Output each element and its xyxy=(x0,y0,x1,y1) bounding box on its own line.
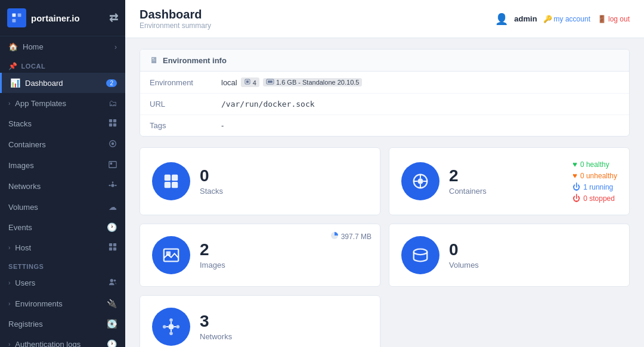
stacks-widget[interactable]: 0 Stacks xyxy=(140,147,380,215)
networks-label: Networks xyxy=(200,332,232,341)
containers-widget-icon xyxy=(401,162,439,200)
events-nav-icon: 🕐 xyxy=(107,222,117,232)
pie-chart-icon xyxy=(330,231,339,241)
stacks-widget-info: 0 Stacks xyxy=(200,167,223,196)
images-size-badge: 397.7 MB xyxy=(330,231,371,241)
svg-rect-27 xyxy=(268,80,273,83)
networks-widget-info: 3 Networks xyxy=(200,312,232,341)
sidebar-item-containers[interactable]: Containers xyxy=(0,134,125,155)
sidebar-item-events[interactable]: Events 🕐 xyxy=(0,217,125,237)
heart-orange-icon: ♥ xyxy=(572,171,577,180)
networks-widget-icon xyxy=(152,308,190,346)
svg-point-11 xyxy=(111,184,114,187)
networks-widget[interactable]: 3 Networks xyxy=(140,295,380,347)
environments-nav-icon: 🔌 xyxy=(107,299,117,308)
svg-rect-28 xyxy=(165,175,171,181)
svg-point-23 xyxy=(114,280,116,282)
svg-rect-18 xyxy=(109,243,112,246)
environment-info-card: 🖥 Environment info Environment local 4 xyxy=(140,49,630,137)
containers-label: Containers xyxy=(449,187,487,196)
networks-nav-icon xyxy=(109,181,117,191)
sidebar-item-dashboard[interactable]: 📊 Dashboard 2 xyxy=(0,73,125,93)
stacks-count: 0 xyxy=(200,167,223,185)
svg-rect-31 xyxy=(172,182,178,188)
svg-rect-19 xyxy=(113,243,116,246)
svg-rect-6 xyxy=(113,123,116,126)
svg-rect-2 xyxy=(13,19,16,23)
sidebar-item-stacks[interactable]: Stacks xyxy=(0,113,125,134)
volumes-count: 0 xyxy=(449,241,479,259)
sidebar-item-host[interactable]: › Host xyxy=(0,237,125,258)
environment-info-table: Environment local 4 1.6 GB - Standalone … xyxy=(140,72,629,136)
images-nav-icon xyxy=(109,160,117,171)
svg-rect-25 xyxy=(246,80,249,83)
svg-rect-10 xyxy=(110,163,113,165)
logo-arrows: ⇄ xyxy=(109,11,118,24)
svg-point-22 xyxy=(110,279,113,282)
sidebar-home-item[interactable]: 🏠 Home › xyxy=(0,36,125,57)
sidebar-item-auth-logs[interactable]: › Authentication logs 🕐 xyxy=(0,334,125,347)
auth-logs-nav-icon: 🕐 xyxy=(107,339,117,347)
svg-rect-30 xyxy=(165,182,171,188)
sidebar-item-volumes[interactable]: Volumes ☁ xyxy=(0,197,125,217)
svg-point-39 xyxy=(163,325,166,329)
page-subtitle: Environment summary xyxy=(140,21,211,30)
heart-green-icon: ♥ xyxy=(572,160,577,169)
sidebar-item-registries[interactable]: Registries 💽 xyxy=(0,314,125,334)
sidebar-logo[interactable]: portainer.io ⇄ xyxy=(0,0,125,36)
svg-rect-5 xyxy=(109,123,112,126)
logo-text: portainer.io xyxy=(31,13,80,23)
images-label: Images xyxy=(200,261,225,269)
power-stopped-icon: ⏻ xyxy=(572,194,580,203)
unhealthy-stat: ♥ 0 unhealthy xyxy=(572,171,617,180)
svg-point-12 xyxy=(109,185,110,187)
cpu-badge: 4 xyxy=(241,78,259,87)
env-row-tags: Tags - xyxy=(140,115,629,137)
svg-point-41 xyxy=(169,318,173,322)
svg-rect-0 xyxy=(13,14,16,17)
stacks-widget-icon xyxy=(152,162,190,200)
networks-count: 3 xyxy=(200,312,232,331)
containers-widget-info: 2 Containers xyxy=(449,167,487,196)
containers-widget[interactable]: 2 Containers ♥ 0 healthy ♥ 0 unhealthy ⏻… xyxy=(389,147,630,215)
images-count: 2 xyxy=(200,241,225,259)
svg-point-14 xyxy=(112,181,114,183)
dashboard-badge: 2 xyxy=(106,79,117,87)
sidebar-item-networks[interactable]: Networks xyxy=(0,176,125,197)
logout-icon: 🚪 xyxy=(597,15,606,23)
volumes-widget[interactable]: 0 Volumes xyxy=(389,224,630,287)
volumes-label: Volumes xyxy=(449,261,479,269)
env-row-environment: Environment local 4 1.6 GB - Standalone … xyxy=(140,72,629,94)
user-links: 🔑 my account 🚪 log out xyxy=(543,15,630,23)
sidebar-item-images[interactable]: Images xyxy=(0,155,125,176)
stopped-stat: ⏻ 0 stopped xyxy=(572,194,617,203)
svg-point-40 xyxy=(176,325,179,329)
sidebar: portainer.io ⇄ 🏠 Home › 📌 LOCAL 📊 Dashbo… xyxy=(0,0,125,347)
stacks-nav-icon xyxy=(109,119,117,129)
images-widget-info: 2 Images xyxy=(200,241,225,269)
users-nav-icon xyxy=(109,278,117,288)
svg-point-33 xyxy=(417,178,423,184)
svg-rect-9 xyxy=(109,162,116,168)
svg-point-8 xyxy=(112,142,114,145)
healthy-stat: ♥ 0 healthy xyxy=(572,160,617,169)
log-out-link[interactable]: 🚪 log out xyxy=(597,15,630,23)
sidebar-item-users[interactable]: › Users xyxy=(0,272,125,293)
svg-rect-1 xyxy=(18,14,21,17)
environment-info-header: 🖥 Environment info xyxy=(140,49,629,72)
images-widget[interactable]: 2 Images 397.7 MB xyxy=(140,224,380,287)
sidebar-item-environments[interactable]: › Environments 🔌 xyxy=(0,293,125,314)
sidebar-item-app-templates[interactable]: › App Templates 🗂 xyxy=(0,93,125,113)
svg-rect-3 xyxy=(109,119,112,122)
app-templates-icon: 🗂 xyxy=(109,98,117,108)
svg-rect-21 xyxy=(113,247,116,250)
my-account-link[interactable]: 🔑 my account xyxy=(543,15,590,23)
app-templates-chevron: › xyxy=(8,100,10,107)
environments-chevron: › xyxy=(8,300,10,307)
local-section-label: 📌 LOCAL xyxy=(0,57,125,73)
page-title-block: Dashboard Environment summary xyxy=(140,8,211,30)
containers-nav-icon xyxy=(109,140,117,150)
content-area: 🖥 Environment info Environment local 4 xyxy=(125,38,644,347)
env-row-url: URL /var/run/docker.sock xyxy=(140,94,629,115)
registries-nav-icon: 💽 xyxy=(107,319,117,329)
